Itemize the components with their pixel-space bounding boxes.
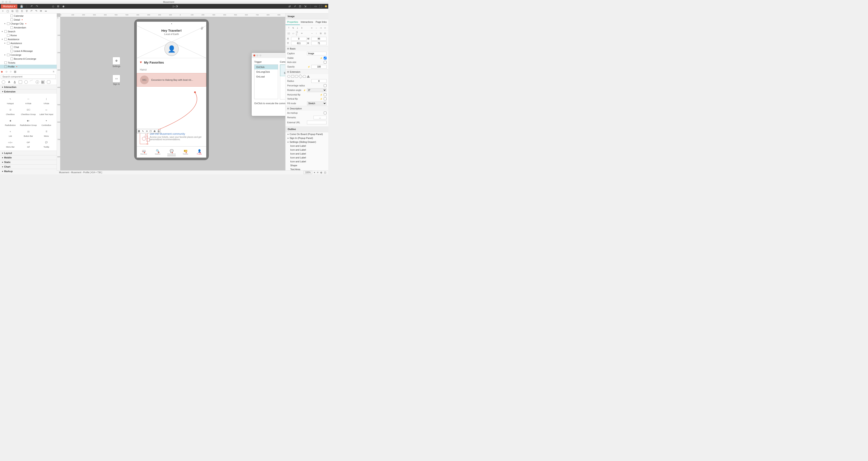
- align-vfit-icon[interactable]: ⇕: [300, 27, 303, 29]
- canvas-signin-widget[interactable]: ▭: [113, 75, 120, 83]
- paste-icon[interactable]: ⎘: [21, 9, 24, 12]
- tree-item[interactable]: Tickets: [0, 61, 57, 65]
- accordion-mobile[interactable]: Mobile: [0, 155, 57, 160]
- community-image-selected[interactable]: [140, 132, 148, 144]
- caption-input[interactable]: [307, 52, 327, 55]
- undo-icon[interactable]: ↶: [30, 5, 33, 8]
- tree-item[interactable]: ▾Search: [0, 30, 57, 33]
- component-item[interactable]: ▭Label Text Input: [37, 106, 55, 117]
- cat-image-icon[interactable]: ▨: [41, 80, 45, 84]
- tree-item[interactable]: Calendar: [0, 14, 57, 18]
- sel-edit-icon[interactable]: ✎: [141, 130, 144, 133]
- tree-item[interactable]: ▾Assistance: [0, 37, 57, 41]
- tab-item-profile[interactable]: 👤Profile: [192, 146, 206, 158]
- component-item[interactable]: 💬Tooltip: [37, 138, 55, 149]
- play-icon[interactable]: ▷: [172, 5, 175, 8]
- tab-pagelinks[interactable]: Page links: [314, 19, 328, 25]
- dialog-min-icon[interactable]: [256, 55, 258, 57]
- section-description[interactable]: Description: [285, 106, 328, 111]
- tab-item-tickets[interactable]: 🎫Tickets: [179, 146, 192, 158]
- preview-icon[interactable]: ◔: [175, 5, 178, 8]
- component-item[interactable]: GIFGif: [19, 138, 37, 149]
- component-cube-icon[interactable]: ◆: [1, 70, 4, 73]
- component-item[interactable]: ≡List: [1, 128, 19, 138]
- sel-lock-icon[interactable]: 🖵: [149, 130, 152, 133]
- trigger-item[interactable]: OnLoad: [254, 74, 278, 79]
- outline-item[interactable]: Icon and Label: [285, 144, 328, 148]
- align-hcenter-icon[interactable]: ↔: [315, 27, 318, 29]
- align-bottom-icon[interactable]: ⤓: [296, 27, 299, 29]
- component-template-icon[interactable]: ▦: [14, 70, 17, 73]
- copy-icon[interactable]: ⿻: [16, 9, 19, 12]
- tree-item[interactable]: ▾Concierge: [0, 53, 57, 57]
- shape-picker[interactable]: [285, 74, 328, 78]
- tree-item[interactable]: Leave A Message: [0, 49, 57, 53]
- tab-item-discover[interactable]: 📖Discover: [137, 146, 151, 158]
- trigger-item[interactable]: OnLongClick: [254, 69, 278, 74]
- dist-h-icon[interactable]: ▯▯: [287, 32, 290, 34]
- qr-icon[interactable]: ⊡: [299, 5, 302, 8]
- hflip-checkbox[interactable]: [324, 93, 327, 96]
- x-input[interactable]: [291, 37, 307, 41]
- size-w-icon[interactable]: ↔: [310, 32, 313, 34]
- brightness-icon[interactable]: ☀: [317, 171, 319, 174]
- command-item[interactable]: TSet Text: [280, 88, 285, 99]
- y-input[interactable]: [291, 41, 307, 45]
- device-icon[interactable]: ▭: [314, 5, 317, 8]
- tree-item[interactable]: ▾Change City: [0, 22, 57, 26]
- undo2-icon[interactable]: ↶: [30, 9, 33, 12]
- add-page-icon[interactable]: +: [1, 9, 4, 12]
- outline-item[interactable]: Shape: [285, 163, 328, 167]
- dist-hc-icon[interactable]: ▯|▯: [296, 32, 299, 34]
- brand-menu[interactable]: Mockplus▾: [1, 4, 18, 8]
- component-smiley-icon[interactable]: ☺: [5, 70, 8, 73]
- avatar[interactable]: 👤: [164, 42, 179, 56]
- size-eq-icon[interactable]: ⊞: [319, 32, 322, 34]
- visible-checkbox[interactable]: [324, 57, 327, 60]
- max-dot[interactable]: [9, 1, 11, 3]
- autosize-checkbox[interactable]: [324, 61, 327, 64]
- fullscreen-icon[interactable]: ⛶: [319, 5, 322, 8]
- tab-item-search[interactable]: 🔍Search: [151, 146, 164, 158]
- sel-link-icon[interactable]: ⟲: [145, 130, 148, 133]
- align-top-icon[interactable]: ⤒: [287, 27, 290, 29]
- canvas[interactable]: 0100200300400500500400300200100010020030…: [57, 13, 285, 170]
- align-hfit-icon[interactable]: ⇔: [323, 27, 327, 29]
- tab-properties[interactable]: Properties: [285, 19, 300, 25]
- favorite-row[interactable]: IMG Excursion to Halong Bay with boat ri…: [137, 73, 206, 87]
- asmarkup-checkbox[interactable]: [324, 111, 327, 114]
- outline-item[interactable]: Icon and Label: [285, 160, 328, 163]
- cat-rect-icon[interactable]: [19, 80, 22, 84]
- sel-delete-icon[interactable]: 🖶: [153, 130, 156, 133]
- accordion-extension[interactable]: Extension: [0, 89, 57, 94]
- tree-item[interactable]: Chat: [0, 45, 57, 49]
- size-h-icon[interactable]: ↕: [315, 32, 318, 34]
- outline-item[interactable]: Icon and Label: [285, 156, 328, 160]
- clone-icon[interactable]: ⧉: [11, 9, 14, 12]
- command-item[interactable]: 👁Show / Hide: [280, 65, 285, 76]
- accordion-layout[interactable]: Layout: [0, 151, 57, 155]
- search-icon[interactable]: ⚲: [25, 9, 28, 12]
- component-item[interactable]: ☑☐Checkbox Group: [19, 106, 37, 117]
- cat-line-icon[interactable]: [30, 80, 34, 85]
- dist-vc-icon[interactable]: ≐: [300, 32, 303, 34]
- accordion-interaction[interactable]: Interaction: [0, 85, 57, 89]
- component-item[interactable]: —H.Rule: [19, 95, 37, 106]
- flow-icon[interactable]: ⇄: [288, 5, 291, 8]
- contrast-icon[interactable]: ◐: [320, 171, 322, 174]
- outline-item[interactable]: ▸Sign In (Popup Panel): [285, 136, 328, 140]
- canvas-settings-widget[interactable]: ⚙: [113, 57, 120, 65]
- radius-input[interactable]: [311, 79, 327, 83]
- tab-interactions[interactable]: Interactions: [300, 19, 314, 25]
- cat-input-icon[interactable]: [47, 80, 50, 84]
- component-item[interactable]: ◉○RadioButton Group: [19, 117, 37, 128]
- export-icon[interactable]: ⇲: [304, 5, 307, 8]
- align-vcenter-icon[interactable]: ⇅: [291, 27, 294, 29]
- section-basic[interactable]: Basic: [285, 46, 328, 51]
- accordion-chart[interactable]: Chart: [0, 164, 57, 169]
- fillmode-select[interactable]: Stretch: [307, 102, 327, 105]
- outline-item[interactable]: Text Area: [285, 167, 328, 170]
- dialog-close-icon[interactable]: [253, 55, 255, 57]
- team-icon[interactable]: ⬢: [324, 5, 328, 8]
- remarks-input[interactable]: [313, 116, 327, 119]
